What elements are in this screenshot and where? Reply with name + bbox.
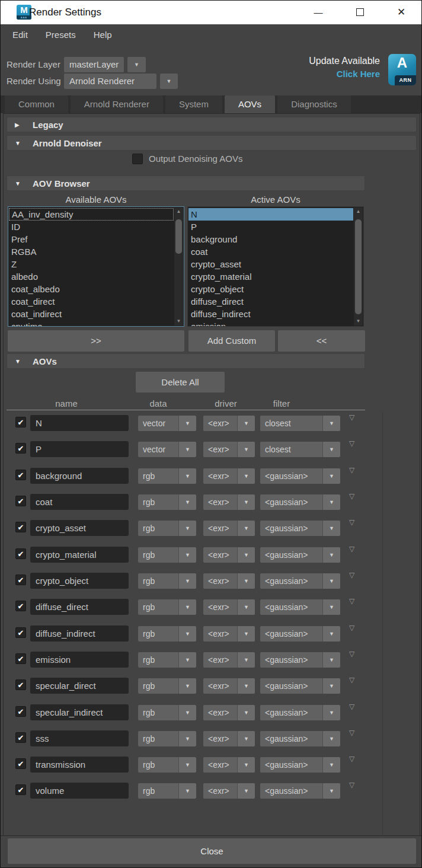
aov-driver-dropdown[interactable]: <exr>▼: [203, 573, 255, 589]
add-custom-button[interactable]: Add Custom: [188, 330, 275, 352]
aov-data-dropdown[interactable]: rgb▼: [138, 573, 196, 589]
aov-filter-dropdown[interactable]: closest▼: [260, 416, 340, 431]
render-layer-dropdown[interactable]: masterLayer: [64, 57, 124, 72]
render-using-dropdown-arrow[interactable]: ▼: [160, 74, 178, 89]
aov-row-options-icon[interactable]: ▽: [349, 545, 354, 553]
aov-enabled-checkbox[interactable]: ✔: [15, 470, 26, 480]
aov-row-options-icon[interactable]: ▽: [349, 650, 354, 658]
tab-arnold-renderer[interactable]: Arnold Renderer: [71, 95, 163, 113]
aov-name-field[interactable]: N: [30, 415, 129, 431]
available-aov-item[interactable]: albedo: [9, 270, 174, 283]
aov-driver-dropdown[interactable]: <exr>▼: [203, 705, 255, 720]
aov-row-options-icon[interactable]: ▽: [349, 492, 354, 500]
aov-row-options-icon[interactable]: ▽: [349, 624, 354, 632]
aov-enabled-checkbox[interactable]: ✔: [15, 758, 26, 769]
active-aov-item[interactable]: N: [188, 208, 353, 221]
active-aov-item[interactable]: crypto_material: [188, 270, 353, 283]
aov-row-options-icon[interactable]: ▽: [349, 413, 354, 422]
aov-data-dropdown[interactable]: rgb▼: [138, 599, 196, 615]
active-aov-item[interactable]: diffuse_direct: [188, 295, 353, 308]
aov-enabled-checkbox[interactable]: ✔: [15, 548, 26, 559]
aov-data-dropdown[interactable]: vector▼: [138, 442, 196, 457]
scroll-down-icon[interactable]: ▼: [174, 317, 183, 326]
aov-name-field[interactable]: volume: [30, 783, 129, 799]
tab-aovs[interactable]: AOVs: [225, 95, 275, 113]
available-aov-item[interactable]: coat_direct: [9, 295, 174, 308]
aov-driver-dropdown[interactable]: <exr>▼: [203, 783, 255, 799]
active-aov-item[interactable]: coat: [188, 245, 353, 258]
aov-data-dropdown[interactable]: rgb▼: [138, 494, 196, 510]
aov-filter-dropdown[interactable]: <gaussian>▼: [260, 783, 340, 799]
aov-name-field[interactable]: crypto_object: [30, 573, 129, 589]
aov-row-options-icon[interactable]: ▽: [349, 781, 354, 789]
available-aov-item[interactable]: AA_inv_density: [9, 208, 174, 221]
scrollbar-thumb[interactable]: [355, 219, 362, 314]
tab-common[interactable]: Common: [5, 95, 68, 113]
arnold-logo[interactable]: A ARN: [388, 54, 416, 85]
aov-data-dropdown[interactable]: rgb▼: [138, 652, 196, 668]
available-aov-item[interactable]: RGBA: [9, 245, 174, 258]
aov-row-options-icon[interactable]: ▽: [349, 571, 354, 579]
aov-data-dropdown[interactable]: vector▼: [138, 416, 196, 431]
aov-driver-dropdown[interactable]: <exr>▼: [203, 757, 255, 773]
close-button[interactable]: Close: [8, 838, 416, 864]
aov-row-options-icon[interactable]: ▽: [349, 755, 354, 763]
aov-filter-dropdown[interactable]: <gaussian>▼: [260, 599, 340, 615]
active-list-scrollbar[interactable]: ▲ ▼: [354, 208, 363, 326]
aov-row-options-icon[interactable]: ▽: [349, 439, 354, 448]
aov-data-dropdown[interactable]: rgb▼: [138, 678, 196, 694]
available-list-scrollbar[interactable]: ▲ ▼: [174, 208, 183, 326]
aov-name-field[interactable]: emission: [30, 652, 129, 668]
menu-presets[interactable]: Presets: [46, 30, 76, 40]
aov-filter-dropdown[interactable]: <gaussian>▼: [260, 757, 340, 773]
available-aov-item[interactable]: Z: [9, 258, 174, 270]
aov-data-dropdown[interactable]: rgb▼: [138, 757, 196, 773]
aov-name-field[interactable]: specular_indirect: [30, 704, 129, 720]
aov-filter-dropdown[interactable]: <gaussian>▼: [260, 705, 340, 720]
aov-enabled-checkbox[interactable]: ✔: [15, 706, 26, 717]
active-aov-item[interactable]: crypto_object: [188, 283, 353, 295]
aov-name-field[interactable]: background: [30, 468, 129, 484]
tab-diagnostics[interactable]: Diagnostics: [277, 95, 351, 113]
aov-driver-dropdown[interactable]: <exr>▼: [203, 652, 255, 668]
add-selected-aovs-button[interactable]: >>: [8, 330, 184, 352]
aov-driver-dropdown[interactable]: <exr>▼: [203, 599, 255, 615]
active-aov-item[interactable]: P: [188, 221, 353, 233]
aov-driver-dropdown[interactable]: <exr>▼: [203, 547, 255, 563]
available-aov-item[interactable]: coat_indirect: [9, 308, 174, 320]
aov-filter-dropdown[interactable]: <gaussian>▼: [260, 494, 340, 510]
aov-row-options-icon[interactable]: ▽: [349, 676, 354, 684]
section-legacy[interactable]: ▶ Legacy: [7, 117, 417, 132]
active-aov-item[interactable]: diffuse_indirect: [188, 308, 353, 320]
maximize-button[interactable]: [346, 1, 373, 24]
aov-enabled-checkbox[interactable]: ✔: [15, 653, 26, 664]
aov-name-field[interactable]: P: [30, 441, 129, 457]
aov-name-field[interactable]: specular_direct: [30, 678, 129, 694]
available-aov-item[interactable]: Pref: [9, 233, 174, 245]
aov-name-field[interactable]: diffuse_indirect: [30, 626, 129, 642]
aov-driver-dropdown[interactable]: <exr>▼: [203, 626, 255, 642]
aov-data-dropdown[interactable]: rgb▼: [138, 783, 196, 799]
update-click-here-link[interactable]: Click Here: [337, 69, 380, 79]
aov-enabled-checkbox[interactable]: ✔: [15, 601, 26, 611]
aov-driver-dropdown[interactable]: <exr>▼: [203, 468, 255, 484]
aov-name-field[interactable]: crypto_material: [30, 547, 129, 563]
render-layer-dropdown-arrow[interactable]: ▼: [127, 57, 146, 72]
aov-name-field[interactable]: transmission: [30, 757, 129, 773]
aov-enabled-checkbox[interactable]: ✔: [15, 522, 26, 532]
aov-row-options-icon[interactable]: ▽: [349, 518, 354, 526]
available-aov-item[interactable]: ID: [9, 221, 174, 233]
aov-filter-dropdown[interactable]: <gaussian>▼: [260, 652, 340, 668]
aov-data-dropdown[interactable]: rgb▼: [138, 626, 196, 642]
aov-enabled-checkbox[interactable]: ✔: [15, 575, 26, 585]
aov-enabled-checkbox[interactable]: ✔: [15, 496, 26, 506]
active-aov-item[interactable]: crypto_asset: [188, 258, 353, 270]
aov-filter-dropdown[interactable]: <gaussian>▼: [260, 573, 340, 589]
aov-row-options-icon[interactable]: ▽: [349, 597, 354, 605]
aov-filter-dropdown[interactable]: <gaussian>▼: [260, 626, 340, 642]
scroll-up-icon[interactable]: ▲: [174, 208, 183, 216]
available-aovs-list[interactable]: AA_inv_densityIDPrefRGBAZalbedocoat_albe…: [8, 206, 184, 327]
aov-driver-dropdown[interactable]: <exr>▼: [203, 731, 255, 746]
output-denoising-aovs-checkbox[interactable]: [132, 154, 143, 164]
aov-filter-dropdown[interactable]: <gaussian>▼: [260, 678, 340, 694]
